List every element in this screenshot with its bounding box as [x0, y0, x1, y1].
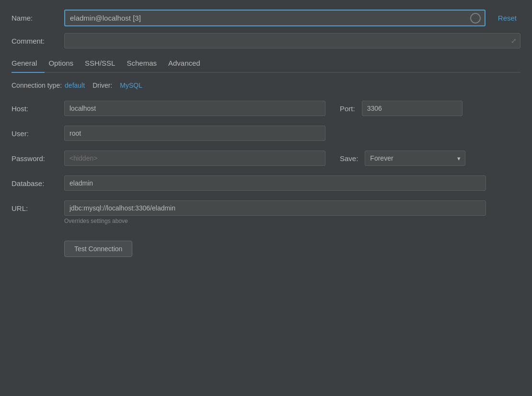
connection-type-value[interactable]: default: [65, 82, 85, 89]
name-input[interactable]: [64, 10, 486, 26]
password-save-row: Password: Save: Forever For Session Neve…: [12, 151, 520, 166]
save-group: Save: Forever For Session Never: [340, 151, 465, 166]
url-hint: Overrides settings above: [64, 218, 128, 224]
url-input[interactable]: [64, 200, 486, 216]
connection-type-row: Connection type: default Driver: MySQL: [12, 82, 520, 89]
tab-schemas[interactable]: Schemas: [127, 55, 164, 73]
tab-ssh-ssl[interactable]: SSH/SSL: [85, 55, 123, 73]
comment-label: Comment:: [12, 37, 64, 45]
comment-input[interactable]: [64, 33, 520, 48]
user-label: User:: [12, 129, 64, 138]
reset-button[interactable]: Reset: [494, 12, 520, 24]
tabs-bar: General Options SSH/SSL Schemas Advanced: [12, 55, 520, 73]
name-row: Name: Reset: [12, 10, 520, 26]
host-label: Host:: [12, 105, 64, 113]
host-input[interactable]: [64, 101, 325, 116]
driver-label: Driver:: [93, 82, 112, 89]
save-label: Save:: [340, 154, 358, 163]
host-port-row: Host: Port:: [12, 101, 520, 116]
user-row: User:: [12, 126, 520, 141]
connection-type-label: Connection type:: [12, 82, 62, 89]
url-label: URL:: [12, 204, 64, 212]
comment-row: Comment: ⤢: [12, 33, 520, 48]
user-input[interactable]: [64, 126, 325, 141]
driver-value[interactable]: MySQL: [120, 82, 142, 89]
port-input[interactable]: [362, 101, 463, 116]
database-label: Database:: [12, 179, 64, 187]
port-label: Port:: [340, 105, 355, 113]
comment-input-wrap: ⤢: [64, 33, 520, 48]
save-select[interactable]: Forever For Session Never: [365, 151, 465, 166]
name-label: Name:: [12, 14, 64, 22]
url-section: URL: Overrides settings above: [12, 200, 520, 224]
password-input[interactable]: [64, 151, 325, 166]
save-select-wrap: Forever For Session Never: [365, 151, 465, 166]
database-row: Database:: [12, 175, 520, 191]
test-connection-button[interactable]: Test Connection: [64, 241, 132, 257]
database-input[interactable]: [64, 175, 486, 191]
name-input-wrap: [64, 10, 486, 26]
tab-advanced[interactable]: Advanced: [168, 55, 208, 73]
url-row: URL:: [12, 200, 486, 216]
password-label: Password:: [12, 154, 64, 163]
tab-general[interactable]: General: [12, 55, 45, 73]
name-circle-button[interactable]: [470, 13, 481, 23]
tab-options[interactable]: Options: [48, 55, 81, 73]
port-group: Port:: [340, 101, 463, 116]
